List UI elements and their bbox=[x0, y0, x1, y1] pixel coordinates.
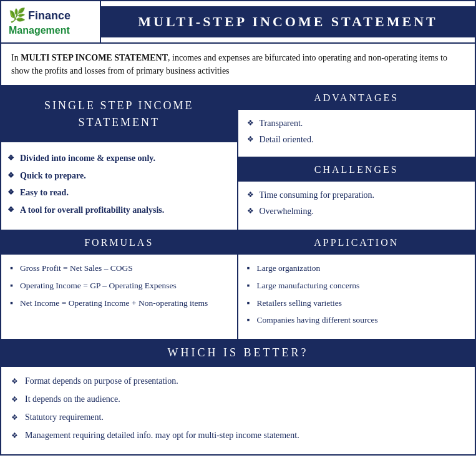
challenges-list: Time consuming for preparation. Overwhel… bbox=[247, 189, 467, 217]
intro-prefix: In bbox=[11, 53, 21, 62]
application-list: Large organization Large manufacturing c… bbox=[247, 262, 467, 326]
formulas-list: Gross Profit = Net Sales – COGS Operatin… bbox=[10, 262, 228, 309]
leaf-icon: 🌿 bbox=[9, 7, 26, 24]
single-step-header: SINGLE STEP INCOME STATEMENT bbox=[1, 86, 237, 144]
single-step-body: Divided into income & expense only. Quic… bbox=[1, 144, 237, 230]
list-item: Net Income = Operating Income + Non-oper… bbox=[10, 297, 228, 310]
list-item: Time consuming for preparation. bbox=[247, 189, 467, 202]
header: 🌿 Finance Management MULTI-STEP INCOME S… bbox=[1, 1, 475, 44]
list-item: A tool for overall profitability analysi… bbox=[7, 204, 228, 217]
single-step-section: SINGLE STEP INCOME STATEMENT Divided int… bbox=[1, 86, 238, 230]
challenges-header: CHALLENGES bbox=[238, 158, 475, 182]
list-item: It depends on the audience. bbox=[11, 393, 465, 406]
list-item: Divided into income & expense only. bbox=[7, 152, 228, 165]
list-item: Format depends on purpose of presentatio… bbox=[11, 374, 465, 388]
page: 🌿 Finance Management MULTI-STEP INCOME S… bbox=[0, 0, 476, 456]
list-item: Management requiring detailed info. may … bbox=[11, 429, 465, 442]
advantages-header: ADVANTAGES bbox=[238, 86, 475, 110]
list-item: Quick to prepare. bbox=[7, 170, 228, 182]
logo-top: 🌿 Finance bbox=[9, 7, 70, 24]
application-body: Large organization Large manufacturing c… bbox=[238, 255, 475, 338]
list-item: Gross Profit = Net Sales – COGS bbox=[10, 262, 228, 275]
application-section: APPLICATION Large organization Large man… bbox=[238, 231, 475, 338]
main-grid: SINGLE STEP INCOME STATEMENT Divided int… bbox=[1, 86, 475, 231]
single-step-list: Divided into income & expense only. Quic… bbox=[7, 152, 228, 216]
advantages-body: Transparent. Detail oriented. bbox=[238, 110, 475, 157]
list-item: Retailers selling varieties bbox=[247, 297, 467, 310]
challenges-body: Time consuming for preparation. Overwhel… bbox=[238, 182, 475, 228]
which-better-section: WHICH IS BETTER? Format depends on purpo… bbox=[1, 340, 475, 454]
logo-management-text: Management bbox=[9, 25, 70, 36]
advantages-section: ADVANTAGES Transparent. Detail oriented. bbox=[238, 86, 475, 158]
logo-finance-text: Finance bbox=[28, 9, 70, 22]
list-item: Statutory requirement. bbox=[11, 411, 465, 424]
list-item: Large manufacturing concerns bbox=[247, 280, 467, 292]
list-item: Large organization bbox=[247, 262, 467, 275]
page-title: MULTI-STEP INCOME STATEMENT bbox=[114, 12, 462, 32]
which-better-list: Format depends on purpose of presentatio… bbox=[11, 374, 465, 442]
challenges-section: CHALLENGES Time consuming for preparatio… bbox=[238, 158, 475, 228]
advantages-list: Transparent. Detail oriented. bbox=[247, 117, 467, 145]
logo-box: 🌿 Finance Management bbox=[1, 1, 101, 42]
bottom-grid: FORMULAS Gross Profit = Net Sales – COGS… bbox=[1, 231, 475, 339]
formulas-header: FORMULAS bbox=[1, 231, 237, 255]
application-header: APPLICATION bbox=[238, 231, 475, 255]
intro-bold: MULTI STEP INCOME STATEMENT bbox=[21, 53, 168, 62]
list-item: Overwhelming. bbox=[247, 205, 467, 218]
title-box: MULTI-STEP INCOME STATEMENT bbox=[101, 6, 475, 38]
list-item: Operating Income = GP – Operating Expens… bbox=[10, 280, 228, 292]
list-item: Easy to read. bbox=[7, 187, 228, 199]
list-item: Detail oriented. bbox=[247, 134, 467, 146]
which-better-header: WHICH IS BETTER? bbox=[1, 340, 475, 366]
formulas-section: FORMULAS Gross Profit = Net Sales – COGS… bbox=[1, 231, 238, 338]
right-panels: ADVANTAGES Transparent. Detail oriented.… bbox=[238, 86, 475, 230]
intro-section: In MULTI STEP INCOME STATEMENT, incomes … bbox=[1, 44, 475, 86]
formulas-body: Gross Profit = Net Sales – COGS Operatin… bbox=[1, 255, 237, 321]
list-item: Transparent. bbox=[247, 117, 467, 130]
which-better-body: Format depends on purpose of presentatio… bbox=[1, 366, 475, 454]
list-item: Companies having different sources bbox=[247, 314, 467, 326]
